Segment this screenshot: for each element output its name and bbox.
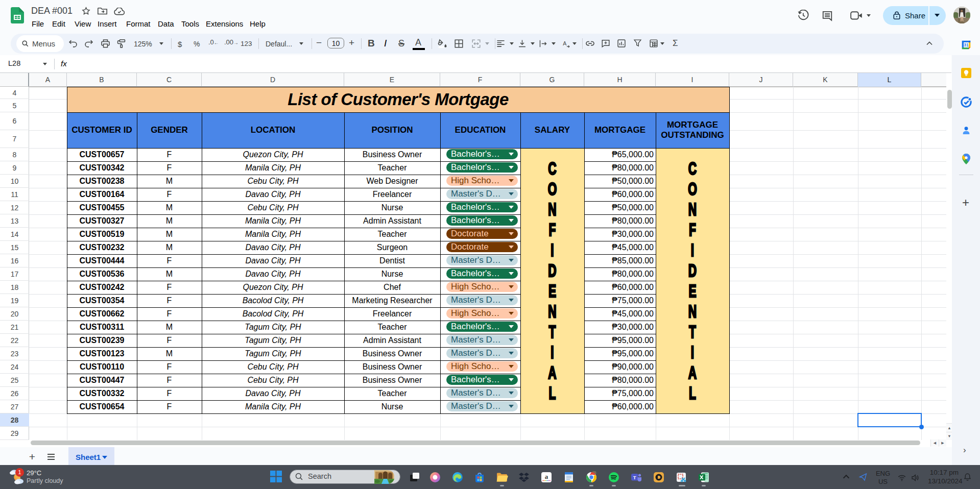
svg-text:a: a [545, 473, 548, 480]
svg-text:T: T [633, 475, 636, 480]
svg-text:A: A [563, 40, 567, 46]
svg-text:31: 31 [964, 42, 969, 47]
